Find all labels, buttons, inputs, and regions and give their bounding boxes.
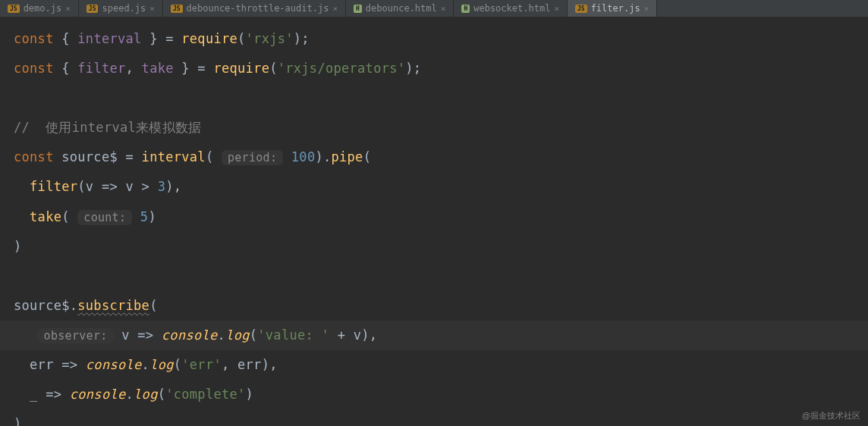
tab-label: speed.js bbox=[102, 3, 146, 14]
code-line: const { interval } = require('rxjs'); bbox=[14, 24, 854, 54]
js-badge-icon: JS bbox=[86, 5, 99, 13]
close-icon[interactable]: × bbox=[554, 4, 559, 14]
tab-label: debounce-throttle-audit.js bbox=[187, 3, 329, 14]
tab-speed-js[interactable]: JS speed.js × bbox=[79, 0, 163, 17]
code-line: ) bbox=[14, 232, 854, 262]
highlighted-line: observer: v => console.log('value: ' + v… bbox=[0, 321, 868, 350]
tab-label: demo.js bbox=[24, 3, 62, 14]
code-line bbox=[14, 83, 854, 113]
tab-websocket-html[interactable]: H websocket.html × bbox=[454, 0, 568, 17]
code-line bbox=[14, 262, 854, 291]
tab-demo-js[interactable]: JS demo.js × bbox=[0, 0, 79, 17]
parameter-hint: period: bbox=[222, 150, 283, 165]
tab-debounce-throttle-audit-js[interactable]: JS debounce-throttle-audit.js × bbox=[163, 0, 346, 17]
tab-filter-js[interactable]: JS filter.js × bbox=[568, 0, 657, 17]
close-icon[interactable]: × bbox=[332, 4, 338, 14]
code-line: _ => console.log('complete') bbox=[14, 380, 854, 409]
tab-label: debounce.html bbox=[366, 3, 437, 14]
code-line: filter(v => v > 3), bbox=[14, 172, 854, 202]
watermark-text: @掘金技术社区 bbox=[802, 410, 860, 421]
code-line: take( count: 5) bbox=[14, 202, 854, 232]
code-line: // 使用interval来模拟数据 bbox=[14, 113, 854, 143]
code-line: observer: v => console.log('value: ' + v… bbox=[14, 327, 377, 343]
code-line: const source$ = interval( period: 100).p… bbox=[14, 143, 854, 172]
close-icon[interactable]: × bbox=[149, 4, 155, 14]
code-line: ) bbox=[14, 409, 854, 426]
parameter-hint: observer: bbox=[38, 328, 114, 343]
tab-label: filter.js bbox=[591, 3, 640, 14]
close-icon[interactable]: × bbox=[441, 4, 446, 14]
code-line: err => console.log('err', err), bbox=[14, 350, 854, 380]
close-icon[interactable]: × bbox=[644, 4, 649, 14]
editor-tab-bar: JS demo.js × JS speed.js × JS debounce-t… bbox=[0, 0, 868, 17]
code-line: source$.subscribe( bbox=[14, 291, 854, 321]
tab-debounce-html[interactable]: H debounce.html × bbox=[346, 0, 454, 17]
warning-underline: subscribe bbox=[77, 298, 149, 313]
code-editor[interactable]: const { interval } = require('rxjs'); co… bbox=[0, 17, 868, 426]
code-line: const { filter, take } = require('rxjs/o… bbox=[14, 54, 854, 83]
html-badge-icon: H bbox=[354, 5, 362, 13]
parameter-hint: count: bbox=[77, 210, 132, 225]
close-icon[interactable]: × bbox=[65, 4, 71, 14]
js-badge-icon: JS bbox=[171, 5, 183, 13]
js-badge-icon: JS bbox=[575, 5, 587, 13]
js-badge-icon: JS bbox=[8, 5, 20, 13]
tab-label: websocket.html bbox=[473, 3, 550, 14]
html-badge-icon: H bbox=[461, 5, 470, 13]
